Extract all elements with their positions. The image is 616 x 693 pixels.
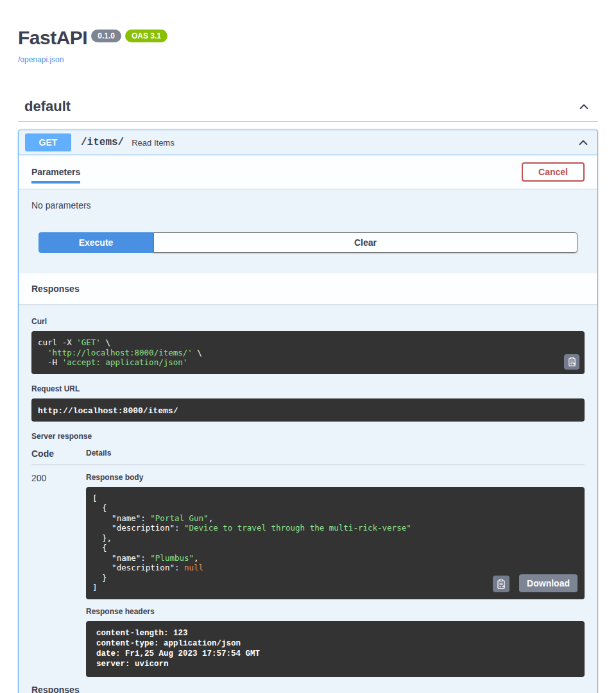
operation-summary: Read Items: [132, 138, 174, 148]
response-body-label: Response body: [86, 473, 585, 482]
tag-title: default: [24, 98, 71, 115]
parameters-header: Parameters Cancel: [19, 155, 597, 189]
response-details: Response body [ { "name": "Portal Gun", …: [86, 473, 585, 677]
openapi-spec-link[interactable]: /openapi.json: [18, 55, 64, 64]
parameters-content: No parameters: [19, 189, 597, 210]
response-headers-label: Response headers: [86, 607, 585, 616]
copy-button[interactable]: [493, 576, 509, 592]
response-headers-text: content-length: 123content-type: applica…: [96, 628, 574, 669]
operation-path: /items/: [81, 137, 124, 148]
documented-responses-title: Responses: [31, 685, 585, 693]
clipboard-copy-icon: [567, 357, 577, 366]
responses-inner: Curl curl -X 'GET' \ 'http://localhost:8…: [19, 304, 597, 693]
responses-header: Responses: [19, 273, 597, 304]
response-headers-block: content-length: 123content-type: applica…: [86, 621, 585, 677]
version-badge: 0.1.0: [91, 30, 121, 42]
response-body-block: [ { "name": "Portal Gun", "description":…: [86, 487, 585, 599]
chevron-up-icon[interactable]: [577, 136, 590, 149]
method-badge: GET: [25, 133, 71, 151]
request-url-block: http://localhost:8000/items/: [31, 398, 585, 422]
responses-title: Responses: [31, 284, 80, 294]
request-url-label: Request URL: [31, 384, 585, 393]
oas-version-badge: OAS 3.1: [125, 30, 167, 42]
api-title-row: FastAPI 0.1.0 OAS 3.1: [18, 28, 598, 47]
execute-wrapper: Execute Clear: [19, 210, 597, 273]
page-title: FastAPI: [18, 28, 87, 47]
copy-button[interactable]: [564, 354, 579, 370]
response-body-actions: Download: [493, 574, 578, 592]
status-code: 200: [31, 473, 86, 677]
no-parameters-text: No parameters: [31, 200, 585, 210]
clipboard-copy-icon: [496, 579, 506, 589]
server-response-table-head: Code Details: [31, 449, 585, 465]
tab-parameters[interactable]: Parameters: [31, 155, 80, 189]
code-column-header: Code: [31, 449, 86, 459]
chevron-up-icon[interactable]: [578, 100, 590, 113]
server-response-label: Server response: [31, 432, 585, 441]
api-info: FastAPI 0.1.0 OAS 3.1 /openapi.json: [18, 0, 598, 65]
server-response-row: 200 Response body [ { "name": "Portal Gu…: [31, 465, 585, 677]
curl-code-block: curl -X 'GET' \ 'http://localhost:8000/i…: [31, 331, 585, 374]
clear-button[interactable]: Clear: [153, 232, 578, 253]
tag-header-default[interactable]: default: [18, 98, 598, 122]
download-button[interactable]: Download: [519, 574, 578, 592]
opblock-get-items: GET /items/ Read Items Parameters Cancel…: [18, 130, 598, 693]
details-column-header: Details: [86, 449, 585, 459]
execute-button[interactable]: Execute: [38, 232, 153, 253]
curl-label: Curl: [31, 317, 585, 326]
curl-command: curl -X 'GET' \ 'http://localhost:8000/i…: [38, 338, 578, 368]
swagger-ui-page: FastAPI 0.1.0 OAS 3.1 /openapi.json defa…: [0, 0, 616, 693]
request-url-value: http://localhost:8000/items/: [38, 406, 178, 416]
parameters-title: Parameters: [31, 167, 80, 177]
tag-section-default: default GET /items/ Read Items Parameter…: [18, 98, 598, 693]
opblock-summary[interactable]: GET /items/ Read Items: [19, 130, 597, 155]
cancel-button[interactable]: Cancel: [522, 162, 585, 182]
